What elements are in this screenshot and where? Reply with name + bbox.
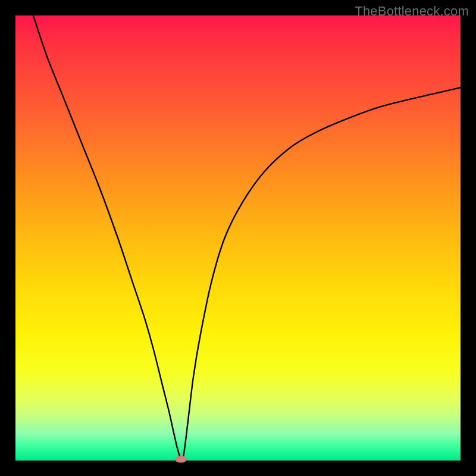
minimum-marker <box>176 456 186 463</box>
plot-area <box>15 15 461 461</box>
chart-frame: TheBottleneck.com <box>0 0 476 476</box>
bottleneck-curve <box>15 15 461 461</box>
watermark-text: TheBottleneck.com <box>355 4 469 19</box>
